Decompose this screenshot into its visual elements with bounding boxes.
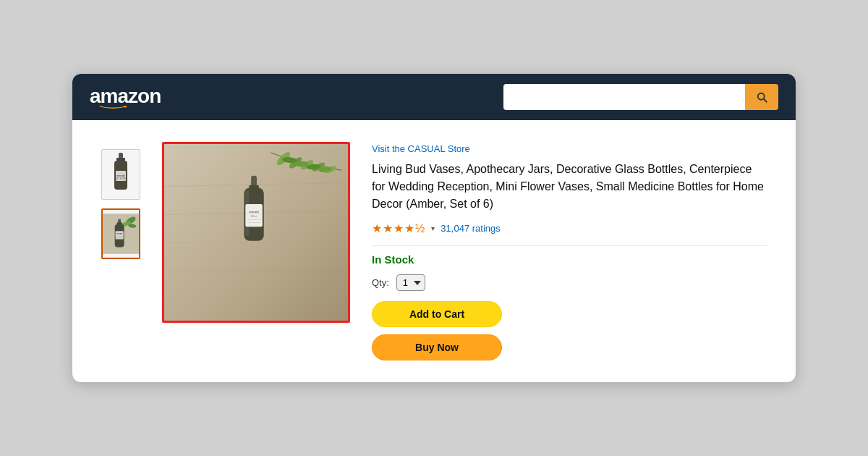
logo-text: amazon [90, 85, 161, 107]
search-bar [503, 84, 778, 110]
thumb-1-img: meraki SALT SCRUB [108, 153, 134, 196]
main-image-svg: meraki 100 mL SALT SCRUB [164, 142, 348, 323]
svg-text:meraki: meraki [116, 232, 123, 235]
rating-chevron-icon: ▾ [431, 224, 435, 232]
svg-rect-12 [116, 222, 122, 224]
svg-text:meraki: meraki [249, 210, 259, 214]
svg-text:SALT SCRUB: SALT SCRUB [249, 221, 260, 224]
stock-status: In Stock [372, 253, 767, 266]
product-info-panel: Visit the CASUAL Store Living Bud Vases,… [372, 142, 767, 360]
ratings-count-link[interactable]: 31,047 ratings [441, 223, 500, 234]
divider-1 [372, 245, 767, 246]
thumbnail-1[interactable]: meraki SALT SCRUB [101, 149, 140, 200]
thumbnail-2[interactable]: meraki SALT SCRUB [101, 208, 140, 259]
svg-rect-31 [251, 176, 257, 186]
navbar: amazon [72, 74, 796, 120]
star-rating[interactable]: ★★★★½ [372, 221, 425, 235]
qty-label: Qty: [372, 277, 389, 288]
product-title: Living Bud Vases, Apothecary Jars, Decor… [372, 161, 767, 213]
quantity-selector[interactable]: 1 2 3 4 5 [396, 274, 425, 291]
amazon-logo: amazon [90, 85, 161, 109]
main-product-image[interactable]: meraki 100 mL SALT SCRUB [162, 142, 350, 323]
buy-now-button[interactable]: Buy Now [372, 334, 502, 360]
thumb-2-img: meraki SALT SCRUB [103, 212, 139, 256]
add-to-cart-button[interactable]: Add to Cart [372, 301, 502, 327]
svg-point-28 [294, 161, 309, 167]
product-area: meraki SALT SCRUB meraki [72, 120, 796, 382]
svg-rect-1 [119, 153, 123, 159]
svg-text:SALT SCRUB: SALT SCRUB [114, 177, 128, 180]
browser-window: amazon [72, 74, 796, 382]
logo-arrow [91, 105, 135, 109]
quantity-row: Qty: 1 2 3 4 5 [372, 274, 767, 291]
svg-rect-2 [116, 158, 125, 161]
search-input[interactable] [503, 84, 745, 110]
search-icon [755, 90, 768, 104]
svg-text:100 mL: 100 mL [251, 215, 258, 218]
ratings-row: ★★★★½ ▾ 31,047 ratings [372, 221, 767, 235]
store-link[interactable]: Visit the CASUAL Store [372, 143, 470, 154]
thumbnails-panel: meraki SALT SCRUB meraki [101, 142, 140, 360]
search-button[interactable] [745, 84, 778, 110]
svg-text:SALT SCRUB: SALT SCRUB [114, 236, 125, 237]
